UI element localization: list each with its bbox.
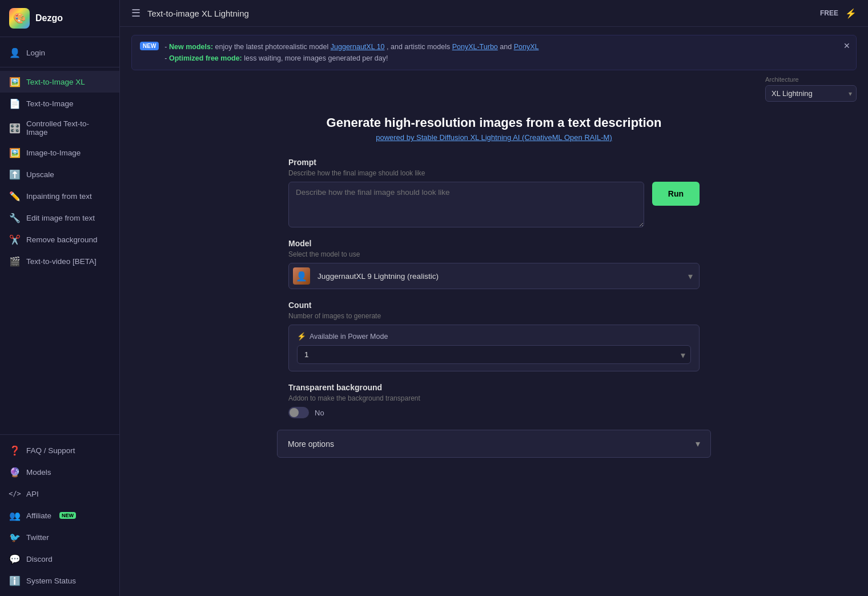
sidebar-item-image-to-image[interactable]: 🖼️ Image-to-Image bbox=[0, 142, 119, 163]
count-select[interactable]: 1 2 3 4 bbox=[297, 345, 691, 364]
affiliate-badge: NEW bbox=[59, 512, 76, 519]
sidebar-item-twitter[interactable]: 🐦 Twitter bbox=[0, 526, 119, 548]
menu-icon[interactable]: ☰ bbox=[131, 7, 140, 19]
power-mode-text: Available in Power Mode bbox=[310, 333, 388, 341]
notification-badge: NEW bbox=[140, 42, 159, 50]
sidebar-item-remove-background[interactable]: ✂️ Remove background bbox=[0, 229, 119, 250]
transparent-bg-toggle[interactable] bbox=[288, 407, 309, 418]
prompt-input[interactable] bbox=[288, 182, 644, 227]
topbar: ☰ Text-to-image XL Lightning FREE ⚡ bbox=[120, 0, 868, 27]
sidebar-item-label: Twitter bbox=[26, 533, 49, 542]
sidebar-item-label: System Status bbox=[26, 577, 76, 585]
info-icon: ℹ️ bbox=[9, 575, 21, 586]
content-area: Generate high-resolution images from a t… bbox=[120, 102, 868, 596]
prompt-sublabel: Describe how the final image should look… bbox=[288, 169, 700, 177]
sidebar-item-label: Affiliate bbox=[26, 511, 51, 520]
sidebar-item-discord[interactable]: 💬 Discord bbox=[0, 548, 119, 570]
notif-line1-text: enjoy the latest photorealistic model bbox=[215, 43, 331, 51]
sidebar-item-affiliate[interactable]: 👥 Affiliate NEW bbox=[0, 505, 119, 526]
sidebar-item-api[interactable]: </> API bbox=[0, 483, 119, 505]
sidebar-item-label: Controlled Text-to-Image bbox=[26, 119, 110, 137]
sidebar-item-login[interactable]: 👤 Login bbox=[0, 42, 119, 63]
discord-icon: 💬 bbox=[9, 553, 21, 565]
image-to-image-icon: 🖼️ bbox=[9, 147, 21, 158]
creativeml-link[interactable]: (CreativeML Open RAIL-M) bbox=[522, 133, 612, 142]
model-select[interactable]: JuggernautXL 9 Lightning (realistic) Jug… bbox=[288, 263, 700, 289]
page-heading: Generate high-resolution images from a t… bbox=[327, 115, 662, 142]
count-section: Count Number of images to generate ⚡ Ava… bbox=[288, 301, 700, 371]
app-logo: 🎨 bbox=[9, 8, 30, 29]
architecture-section: Architecture XL Lightning XL Standard ▾ bbox=[765, 76, 857, 102]
subtitle-text: powered by Stable Diffusion XL Lightning… bbox=[376, 133, 522, 142]
page-subtitle: powered by Stable Diffusion XL Lightning… bbox=[327, 133, 662, 142]
text-to-image-icon: 📄 bbox=[9, 98, 21, 109]
count-sublabel: Number of images to generate bbox=[288, 312, 700, 320]
transparent-bg-label: Transparent background bbox=[288, 383, 700, 392]
sidebar-item-label: Text-to-video [BETA] bbox=[26, 257, 97, 266]
remove-bg-icon: ✂️ bbox=[9, 234, 21, 245]
faq-icon: ❓ bbox=[9, 445, 21, 456]
api-icon: </> bbox=[9, 488, 21, 499]
sidebar-item-text-to-image[interactable]: 📄 Text-to-Image bbox=[0, 93, 119, 114]
sidebar-item-edit-image[interactable]: 🔧 Edit image from text bbox=[0, 207, 119, 229]
model-select-wrapper: 👤 JuggernautXL 9 Lightning (realistic) J… bbox=[288, 263, 700, 289]
sidebar-item-label: Text-to-Image XL bbox=[26, 78, 85, 86]
sidebar-item-label: Upscale bbox=[26, 170, 54, 179]
notification-text: - New models: enjoy the latest photoreal… bbox=[164, 41, 539, 64]
inpainting-icon: ✏️ bbox=[9, 190, 21, 202]
prompt-row: Run bbox=[288, 182, 700, 227]
architecture-select-wrapper: XL Lightning XL Standard ▾ bbox=[765, 85, 857, 102]
form-container: Prompt Describe how the final image shou… bbox=[277, 158, 711, 430]
juggernaut-link[interactable]: JuggernautXL 10 bbox=[331, 43, 385, 51]
app-title: Dezgo bbox=[35, 13, 63, 23]
text-to-image-xl-icon: 🖼️ bbox=[9, 76, 21, 87]
sidebar-item-label: Inpainting from text bbox=[26, 192, 92, 201]
twitter-icon: 🐦 bbox=[9, 531, 21, 543]
affiliate-icon: 👥 bbox=[9, 510, 21, 521]
sidebar-item-label: FAQ / Support bbox=[26, 446, 75, 455]
toggle-knob bbox=[290, 408, 299, 417]
ponyxl-link[interactable]: PonyXL bbox=[514, 43, 539, 51]
prompt-section: Prompt Describe how the final image shou… bbox=[288, 158, 700, 227]
power-mode-icon: ⚡ bbox=[297, 332, 306, 341]
sidebar-item-upscale[interactable]: ⬆️ Upscale bbox=[0, 163, 119, 185]
sidebar-item-inpainting[interactable]: ✏️ Inpainting from text bbox=[0, 185, 119, 207]
count-select-wrapper: 1 2 3 4 ▾ bbox=[297, 345, 691, 364]
sidebar-item-system-status[interactable]: ℹ️ System Status bbox=[0, 570, 119, 591]
login-label: Login bbox=[26, 49, 45, 57]
sidebar-item-label: Text-to-Image bbox=[26, 99, 74, 108]
sidebar-item-label: Remove background bbox=[26, 235, 98, 244]
main-content: ☰ Text-to-image XL Lightning FREE ⚡ NEW … bbox=[120, 0, 868, 596]
models-icon: 🔮 bbox=[9, 466, 21, 478]
model-section: Model Select the model to use 👤 Juggerna… bbox=[288, 239, 700, 289]
notification-banner: NEW - New models: enjoy the latest photo… bbox=[131, 35, 857, 70]
sidebar-header: 🎨 Dezgo bbox=[0, 0, 119, 37]
free-badge: FREE bbox=[820, 9, 838, 17]
close-notification-button[interactable]: ✕ bbox=[843, 41, 850, 50]
topbar-right: FREE ⚡ bbox=[820, 8, 857, 19]
architecture-select[interactable]: XL Lightning XL Standard bbox=[765, 85, 857, 102]
sidebar-item-label: Models bbox=[26, 468, 51, 477]
architecture-label: Architecture bbox=[765, 76, 857, 83]
sidebar-item-text-to-image-xl[interactable]: 🖼️ Text-to-Image XL bbox=[0, 71, 119, 93]
toggle-value: No bbox=[315, 409, 324, 417]
notif-optimized-label: Optimized free mode: bbox=[169, 54, 242, 62]
sidebar-item-label: Discord bbox=[26, 555, 53, 563]
run-button[interactable]: Run bbox=[652, 182, 700, 206]
model-sublabel: Select the model to use bbox=[288, 250, 700, 258]
more-options-bar[interactable]: More options ▾ bbox=[277, 430, 711, 458]
sidebar-item-text-to-video[interactable]: 🎬 Text-to-video [BETA] bbox=[0, 250, 119, 272]
notif-line1-prefix: - bbox=[164, 43, 169, 51]
ponyxl-turbo-link[interactable]: PonyXL-Turbo bbox=[452, 43, 498, 51]
prompt-label: Prompt bbox=[288, 158, 700, 167]
sidebar-nav: 👤 Login 🖼️ Text-to-Image XL 📄 Text-to-Im… bbox=[0, 37, 119, 434]
transparent-bg-sublabel: Addon to make the background transparent bbox=[288, 394, 700, 402]
sidebar-item-controlled-text-to-image[interactable]: 🎛️ Controlled Text-to-Image bbox=[0, 114, 119, 142]
upscale-icon: ⬆️ bbox=[9, 169, 21, 180]
person-icon: 👤 bbox=[9, 47, 21, 58]
sidebar-item-faq[interactable]: ❓ FAQ / Support bbox=[0, 439, 119, 461]
topbar-title: Text-to-image XL Lightning bbox=[147, 9, 249, 18]
sidebar-item-models[interactable]: 🔮 Models bbox=[0, 461, 119, 483]
sidebar-bottom: ❓ FAQ / Support 🔮 Models </> API 👥 Affil… bbox=[0, 434, 119, 596]
transparent-bg-section: Transparent background Addon to make the… bbox=[288, 383, 700, 418]
